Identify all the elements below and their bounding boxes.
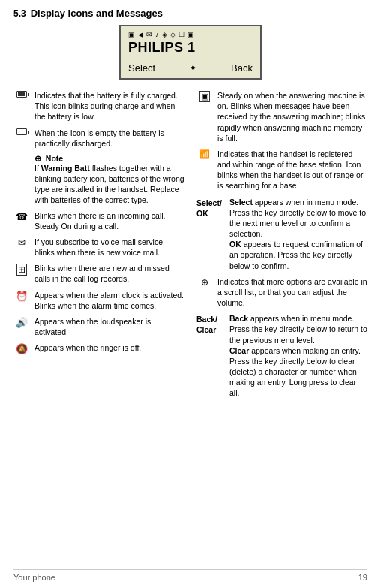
battery-low-icon: [14, 128, 30, 135]
note-body: If Warning Batt flashes together with a …: [34, 163, 186, 206]
voicemail-icon: ✉: [14, 237, 30, 248]
back-clear-text: Back appears when in menu mode. Press th…: [230, 313, 368, 398]
list-item: Indicates that the battery is fully char…: [14, 90, 186, 122]
section-number: 5.3: [14, 8, 26, 19]
list-item: Select/OK Select appears when in menu mo…: [196, 197, 368, 271]
list-item: ✉ If you subscribe to voice mail service…: [14, 237, 186, 258]
screen-name: PHILIPS 1: [128, 40, 253, 56]
missed-calls-text: Blinks when there are new and missed cal…: [34, 263, 186, 284]
page-footer: Your phone 19: [14, 569, 368, 582]
content-columns: Indicates that the battery is fully char…: [14, 90, 368, 404]
section-title: Display icons and Messages: [31, 8, 163, 19]
incoming-call-text: Blinks when there is an incoming call. S…: [34, 210, 186, 231]
scroll-text: Indicates that more options are availabl…: [218, 276, 368, 309]
list-item: 🔊 Appears when the loudspeaker is activa…: [14, 316, 186, 337]
list-item: 📶 Indicates that the handset is register…: [196, 149, 368, 191]
back-clear-label: Back/Clear: [196, 313, 225, 335]
list-item: When the Icon is empty the battery is pr…: [14, 128, 186, 149]
list-item: ⊕ Indicates that more options are availa…: [196, 276, 368, 309]
battery-full-icon: [14, 90, 30, 98]
handset-registered-text: Indicates that the handset is registered…: [218, 149, 368, 191]
screen-select-label: Select: [128, 62, 155, 74]
list-item: ⏰ Appears when the alarm clock is activa…: [14, 290, 186, 311]
footer-right: 19: [358, 573, 368, 582]
screen-bottom-row: Select ✦ Back: [128, 62, 253, 74]
speaker-icon: 🔊: [14, 316, 30, 328]
alarm-icon: ⏰: [14, 290, 30, 302]
answering-machine-text: Steady on when the answering machine is …: [218, 90, 368, 143]
screen-divider: [128, 59, 253, 59]
footer-left: Your phone: [14, 573, 56, 582]
speaker-text: Appears when the loudspeaker is activate…: [34, 316, 186, 337]
missed-calls-icon: ⊞: [14, 263, 30, 276]
section-header: 5.3 Display icons and Messages: [14, 8, 368, 19]
screen-back-label: Back: [231, 62, 253, 74]
ringer-off-icon: 🔕: [14, 342, 30, 354]
battery-full-text: Indicates that the battery is fully char…: [34, 90, 186, 122]
handset-registered-icon: 📶: [196, 149, 213, 159]
right-column: ▣ Steady on when the answering machine i…: [196, 90, 368, 404]
alarm-text: Appears when the alarm clock is activate…: [34, 290, 186, 311]
screen-icons-row: ▣ ◀ ✉ ♪ ◈ ◇ ☐ ▣: [128, 31, 253, 38]
phone-screen-wrapper: ▣ ◀ ✉ ♪ ◈ ◇ ☐ ▣ PHILIPS 1 Select ✦ Back: [14, 25, 368, 80]
note-box: ⊕ Note If Warning Batt flashes together …: [34, 154, 186, 206]
list-item: 🔕 Appears when the ringer is off.: [14, 342, 186, 354]
screen-nav-icon: ✦: [189, 62, 197, 74]
incoming-call-icon: ☎: [14, 210, 30, 222]
answering-machine-icon: ▣: [196, 90, 213, 102]
voicemail-text: If you subscribe to voice mail service, …: [34, 237, 186, 258]
list-item: ▣ Steady on when the answering machine i…: [196, 90, 368, 143]
list-item: ⊞ Blinks when there are new and missed c…: [14, 263, 186, 284]
battery-low-text: When the Icon is empty the battery is pr…: [34, 128, 186, 149]
select-ok-label: Select/OK: [196, 197, 225, 219]
select-ok-text: Select appears when in menu mode. Press …: [230, 197, 368, 271]
ringer-off-text: Appears when the ringer is off.: [34, 342, 141, 353]
scroll-icon: ⊕: [196, 276, 213, 288]
list-item: ☎ Blinks when there is an incoming call.…: [14, 210, 186, 231]
note-label: ⊕ Note: [34, 154, 186, 163]
left-column: Indicates that the battery is fully char…: [14, 90, 186, 404]
phone-screen: ▣ ◀ ✉ ♪ ◈ ◇ ☐ ▣ PHILIPS 1 Select ✦ Back: [119, 25, 262, 80]
list-item: Back/Clear Back appears when in menu mod…: [196, 313, 368, 398]
